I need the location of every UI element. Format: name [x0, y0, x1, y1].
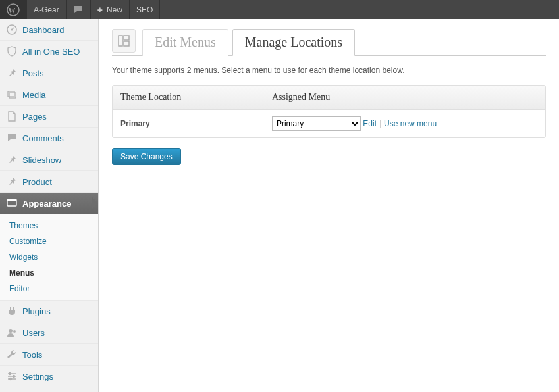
submenu-item-editor[interactable]: Editor — [0, 281, 98, 297]
pin-icon — [7, 176, 17, 187]
location-cell: Primary — [113, 110, 264, 137]
sidebar-item-label: Appearance — [22, 199, 71, 208]
shield-icon — [7, 46, 17, 57]
media-icon — [7, 89, 17, 100]
sidebar-item-product[interactable]: Product — [0, 171, 98, 193]
locations-table: Theme Location Assigned Menu PrimaryPrim… — [112, 85, 546, 138]
site-name: A-Gear — [34, 5, 59, 14]
use-new-link[interactable]: Use new menu — [384, 119, 437, 128]
svg-rect-6 — [7, 199, 16, 201]
sidebar-item-label: Posts — [22, 68, 44, 78]
comment-icon — [7, 133, 17, 143]
pin-icon — [7, 68, 17, 78]
intro-text: Your theme supports 2 menus. Select a me… — [112, 66, 546, 75]
menu-select[interactable]: Primary — [272, 116, 361, 131]
sidebar-item-slideshow[interactable]: Slideshow — [0, 149, 98, 171]
svg-point-11 — [10, 378, 12, 380]
collapse-menu[interactable]: Collapse menu — [0, 387, 98, 392]
sidebar-item-label: Product — [22, 177, 52, 187]
submenu-item-themes[interactable]: Themes — [0, 218, 98, 233]
sidebar-item-label: Dashboard — [22, 25, 65, 35]
sidebar-item-label: All in One SEO — [22, 47, 80, 57]
svg-point-0 — [7, 4, 19, 16]
svg-rect-12 — [119, 36, 122, 46]
pin-icon — [7, 155, 17, 165]
admin-sidebar: DashboardAll in One SEOPostsMediaPagesCo… — [0, 19, 99, 392]
sidebar-item-dashboard[interactable]: Dashboard — [0, 19, 98, 41]
content-area: Edit Menus Manage Locations Your theme s… — [99, 19, 559, 392]
users-icon — [7, 328, 17, 338]
save-button[interactable]: Save Changes — [112, 148, 181, 165]
new-item[interactable]: + New — [91, 0, 130, 19]
sidebar-item-label: Tools — [22, 350, 42, 360]
sidebar-item-label: Pages — [22, 112, 47, 122]
tab-manage-locations[interactable]: Manage Locations — [232, 29, 355, 56]
svg-point-7 — [9, 329, 13, 333]
svg-point-9 — [9, 373, 11, 375]
appearance-submenu: ThemesCustomizeWidgetsMenusEditor — [0, 214, 98, 301]
comment-icon — [73, 5, 84, 15]
dashboard-icon — [7, 24, 17, 35]
sidebar-item-pages[interactable]: Pages — [0, 106, 98, 128]
page-icon — [7, 111, 17, 122]
sidebar-item-label: Users — [22, 328, 45, 338]
sidebar-item-label: Plugins — [22, 306, 51, 316]
svg-rect-13 — [124, 36, 129, 40]
seo-label: SEO — [136, 5, 153, 14]
table-row: PrimaryPrimary Edit|Use new menu — [113, 110, 545, 137]
sidebar-item-plugins[interactable]: Plugins — [0, 301, 98, 322]
sidebar-item-all-in-one-seo[interactable]: All in One SEO — [0, 41, 98, 62]
wordpress-icon — [7, 3, 20, 16]
settings-icon — [7, 371, 17, 381]
wp-logo-item[interactable] — [0, 0, 27, 19]
layout-icon — [117, 34, 130, 47]
appearance-icon — [7, 198, 17, 208]
submenu-item-customize[interactable]: Customize — [0, 233, 98, 249]
svg-point-2 — [11, 29, 13, 31]
site-name-item[interactable]: A-Gear — [27, 0, 67, 19]
sidebar-item-label: Settings — [22, 372, 53, 381]
tab-edit-menus[interactable]: Edit Menus — [142, 29, 228, 56]
sidebar-item-label: Comments — [22, 134, 64, 143]
sidebar-item-settings[interactable]: Settings — [0, 366, 98, 387]
admin-toolbar: A-Gear + New SEO — [0, 0, 559, 19]
screen-icon — [112, 29, 136, 53]
tab-header: Edit Menus Manage Locations — [112, 29, 546, 56]
edit-link[interactable]: Edit — [363, 119, 377, 128]
assigned-cell: Primary Edit|Use new menu — [264, 110, 545, 137]
seo-item[interactable]: SEO — [130, 0, 160, 19]
plugin-icon — [7, 306, 17, 316]
svg-rect-14 — [124, 41, 129, 46]
sidebar-item-posts[interactable]: Posts — [0, 62, 98, 84]
svg-point-10 — [13, 376, 15, 378]
separator: | — [377, 119, 384, 128]
tools-icon — [7, 349, 17, 360]
th-assigned: Assigned Menu — [264, 86, 545, 110]
th-location: Theme Location — [113, 86, 264, 110]
submenu-item-menus[interactable]: Menus — [0, 265, 98, 281]
sidebar-item-label: Slideshow — [22, 155, 61, 165]
comments-item[interactable] — [67, 0, 91, 19]
submenu-item-widgets[interactable]: Widgets — [0, 249, 98, 265]
sidebar-item-appearance[interactable]: Appearance — [0, 193, 98, 214]
sidebar-item-media[interactable]: Media — [0, 84, 98, 106]
sidebar-item-label: Media — [22, 90, 45, 100]
sidebar-item-tools[interactable]: Tools — [0, 344, 98, 366]
new-label: New — [107, 5, 122, 14]
plus-icon: + — [97, 5, 103, 15]
svg-point-8 — [13, 330, 16, 333]
sidebar-item-comments[interactable]: Comments — [0, 128, 98, 149]
sidebar-item-users[interactable]: Users — [0, 322, 98, 344]
